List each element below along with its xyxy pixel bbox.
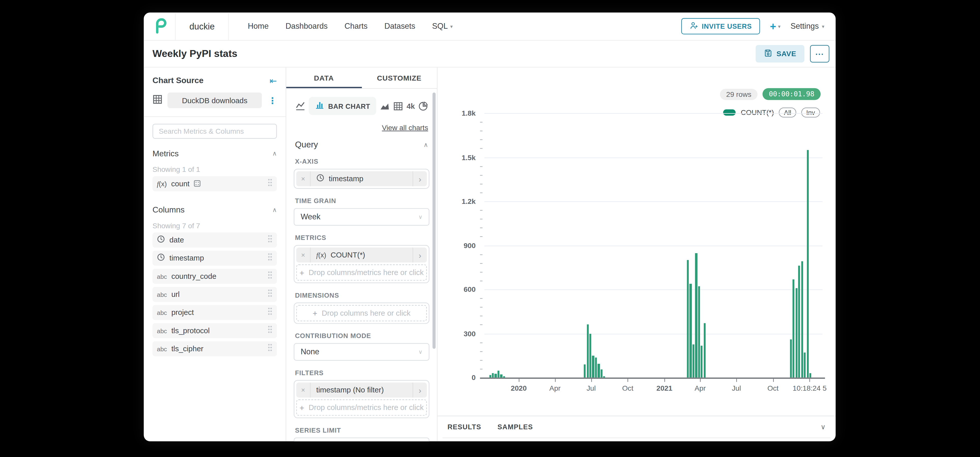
bar[interactable] — [598, 363, 600, 377]
search-metrics-input[interactable] — [153, 124, 277, 139]
drag-handle-icon[interactable] — [267, 178, 273, 189]
scrollbar-thumb[interactable] — [433, 92, 436, 349]
app-logo-icon[interactable] — [153, 18, 169, 34]
bar[interactable] — [695, 253, 697, 377]
bar[interactable] — [584, 364, 586, 377]
bar[interactable] — [503, 376, 505, 378]
bar[interactable] — [801, 261, 803, 378]
series-limit-select[interactable]: None ∨ — [294, 438, 430, 441]
dataset-item-url[interactable]: abcurl — [153, 287, 277, 302]
tab-samples[interactable]: SAMPLES — [498, 423, 533, 431]
bar[interactable] — [489, 376, 491, 378]
drag-handle-icon[interactable] — [267, 289, 273, 300]
bar[interactable] — [601, 369, 603, 378]
chevron-up-icon[interactable]: ∧ — [424, 141, 428, 148]
metrics-section-title: Metrics — [153, 149, 179, 158]
x-axis-tick — [519, 379, 519, 382]
metric-pill[interactable]: × f(x) COUNT(*) › — [296, 248, 427, 263]
nav-item-datasets[interactable]: Datasets — [385, 22, 415, 30]
dataset-item-count[interactable]: f(x)count — [153, 176, 277, 191]
big-number-chart-icon[interactable]: 4k — [407, 102, 415, 110]
bar[interactable] — [795, 288, 797, 378]
dataset-name[interactable]: DuckDB downloads — [167, 92, 262, 108]
dataset-item-country_code[interactable]: abccountry_code — [153, 269, 277, 283]
top-navbar: duckie HomeDashboardsChartsDatasetsSQL▾ … — [144, 13, 836, 41]
remove-icon[interactable]: × — [296, 382, 311, 398]
chart-header: Weekly PyPI stats SAVE ... — [144, 41, 836, 68]
invite-users-button[interactable]: INVITE USERS — [681, 18, 760, 34]
collapse-results-icon[interactable]: ∨ — [821, 423, 826, 431]
metrics-drop-zone[interactable]: + Drop columns/metrics here or click — [296, 264, 427, 280]
pie-chart-icon[interactable] — [418, 101, 428, 111]
drag-handle-icon[interactable] — [267, 253, 273, 264]
collapse-panel-icon[interactable]: ⇤ — [270, 76, 277, 84]
viz-type-bar-chart[interactable]: BAR CHART — [309, 97, 376, 115]
filters-drop-zone[interactable]: + Drop columns/metrics here or click — [296, 399, 427, 416]
drag-handle-icon[interactable] — [267, 307, 273, 318]
save-button[interactable]: SAVE — [756, 45, 804, 62]
bar[interactable] — [698, 287, 700, 377]
bar[interactable] — [790, 339, 792, 377]
chevron-right-icon[interactable]: › — [412, 382, 427, 398]
chevron-right-icon[interactable]: › — [412, 248, 427, 263]
chevron-up-icon[interactable]: ∧ — [272, 150, 277, 157]
tab-customize[interactable]: CUSTOMIZE — [362, 68, 437, 88]
bar[interactable] — [495, 374, 496, 377]
remove-icon[interactable]: × — [296, 248, 311, 263]
bar[interactable] — [595, 358, 597, 377]
bar[interactable] — [798, 266, 800, 377]
y-axis-minor-tick — [480, 325, 483, 325]
bar[interactable] — [807, 150, 809, 378]
y-axis-tick-label: 0 — [438, 374, 476, 382]
tab-results[interactable]: RESULTS — [447, 423, 481, 431]
bar[interactable] — [500, 375, 502, 378]
nav-item-dashboards[interactable]: Dashboards — [285, 22, 328, 30]
line-chart-icon[interactable] — [295, 101, 306, 111]
bar[interactable] — [804, 352, 806, 377]
bar[interactable] — [603, 376, 605, 378]
drag-handle-icon[interactable] — [267, 271, 273, 282]
bar[interactable] — [689, 283, 692, 377]
view-all-charts-link[interactable]: View all charts — [382, 124, 428, 131]
new-item-dropdown[interactable]: + ▾ — [770, 21, 781, 32]
area-chart-icon[interactable] — [380, 101, 390, 111]
dataset-item-tls_protocol[interactable]: abctls_protocol — [153, 323, 277, 338]
x-axis-pill[interactable]: × timestamp › — [296, 171, 427, 186]
bar[interactable] — [492, 373, 494, 377]
bar[interactable] — [587, 325, 589, 377]
dataset-item-tls_cipher[interactable]: abctls_cipher — [153, 341, 277, 356]
chevron-right-icon[interactable]: › — [412, 171, 427, 186]
bar[interactable] — [497, 371, 500, 377]
time-grain-select[interactable]: Week ∨ — [294, 208, 430, 226]
drag-handle-icon[interactable] — [267, 234, 273, 245]
bar[interactable] — [692, 344, 694, 377]
workspace-name[interactable]: duckie — [176, 21, 229, 31]
drag-handle-icon[interactable] — [267, 325, 273, 336]
control-tabs: DATA CUSTOMIZE — [286, 68, 437, 89]
nav-item-charts[interactable]: Charts — [345, 22, 368, 30]
tab-data[interactable]: DATA — [286, 68, 361, 88]
bar-chart-icon — [315, 100, 325, 112]
contribution-mode-select[interactable]: None ∨ — [294, 343, 430, 361]
drag-handle-icon[interactable] — [267, 343, 273, 354]
dataset-item-timestamp[interactable]: timestamp — [153, 251, 277, 266]
bar[interactable] — [687, 260, 689, 377]
table-chart-icon[interactable] — [393, 101, 403, 111]
nav-item-sql[interactable]: SQL▾ — [432, 22, 453, 30]
dataset-menu-icon[interactable]: ⋮ — [267, 95, 278, 105]
settings-menu[interactable]: Settings ▾ — [791, 22, 829, 30]
more-options-button[interactable]: ... — [810, 45, 829, 62]
bar[interactable] — [810, 373, 811, 377]
dataset-item-date[interactable]: date — [153, 232, 277, 248]
bar[interactable] — [793, 279, 795, 377]
chevron-up-icon[interactable]: ∧ — [272, 206, 277, 213]
remove-icon[interactable]: × — [296, 171, 311, 186]
bar[interactable] — [703, 323, 706, 378]
nav-item-home[interactable]: Home — [248, 22, 269, 30]
dimensions-drop-zone[interactable]: + Drop columns here or click — [296, 305, 427, 321]
bar[interactable] — [592, 355, 594, 378]
bar[interactable] — [589, 333, 592, 377]
filter-pill[interactable]: × timestamp (No filter) › — [296, 382, 427, 398]
dataset-item-project[interactable]: abcproject — [153, 305, 277, 320]
bar[interactable] — [701, 346, 703, 377]
